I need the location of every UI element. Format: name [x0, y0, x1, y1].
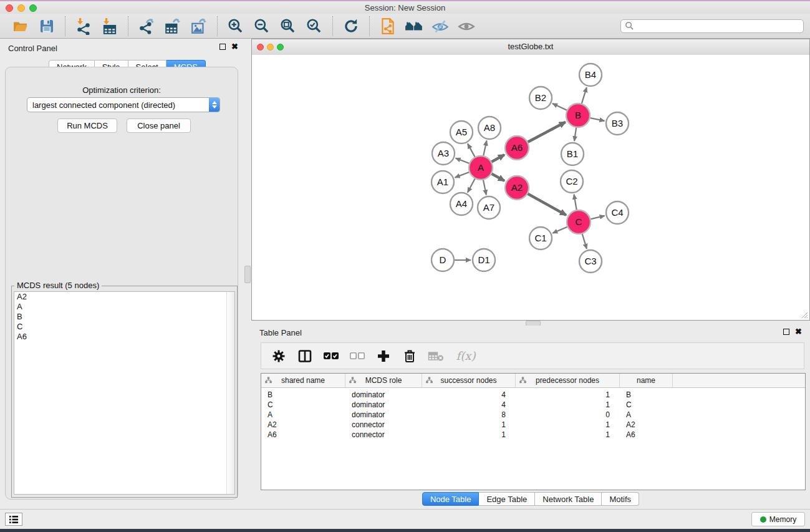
table-row[interactable]: Bdominator41B — [261, 390, 805, 400]
result-item[interactable]: A6 — [14, 332, 234, 342]
horizontal-splitter[interactable] — [251, 321, 810, 326]
node-D[interactable]: D — [432, 249, 454, 271]
table-row[interactable]: A2connector11A2 — [261, 420, 805, 430]
save-session-button[interactable] — [37, 16, 57, 36]
table-cell[interactable]: 1 — [516, 400, 620, 409]
column-header-mcds-role[interactable]: MCDS role — [345, 374, 422, 387]
node-B2[interactable]: B2 — [529, 87, 552, 109]
result-item[interactable]: A2 — [14, 292, 234, 302]
result-item[interactable]: C — [14, 322, 234, 332]
tab-motifs[interactable]: Motifs — [602, 492, 639, 506]
tab-edge-table[interactable]: Edge Table — [479, 492, 535, 506]
table-cell[interactable]: 4 — [422, 390, 516, 399]
table-cell[interactable]: A6 — [620, 430, 673, 439]
node-A4[interactable]: A4 — [450, 193, 473, 215]
node-C[interactable]: C — [567, 210, 591, 234]
deselect-all-button[interactable] — [349, 347, 366, 365]
network-canvas[interactable]: B4B2BB3A8A5A6B1A3AA1C2A2A4A7C4CC1C3DD1 — [252, 55, 809, 320]
delete-table-button[interactable] — [427, 347, 445, 365]
node-A5[interactable]: A5 — [450, 121, 473, 143]
node-A2[interactable]: A2 — [505, 176, 529, 200]
delete-column-button[interactable] — [401, 347, 418, 365]
node-A6[interactable]: A6 — [505, 136, 529, 160]
import-table-button[interactable] — [100, 16, 120, 36]
node-C3[interactable]: C3 — [579, 250, 602, 273]
table-cell[interactable]: 1 — [516, 390, 620, 399]
node-C4[interactable]: C4 — [606, 201, 629, 224]
node-B3[interactable]: B3 — [606, 112, 629, 135]
new-network-button[interactable] — [378, 16, 398, 36]
node-C2[interactable]: C2 — [561, 170, 583, 193]
table-cell[interactable]: dominator — [345, 390, 422, 399]
table-row[interactable]: Cdominator41C — [261, 400, 805, 410]
show-columns-button[interactable] — [296, 347, 314, 365]
home-button[interactable] — [404, 16, 424, 36]
node-B1[interactable]: B1 — [561, 143, 584, 165]
table-cell[interactable]: B — [261, 390, 345, 399]
zoom-fit-button[interactable] — [278, 16, 298, 36]
node-B[interactable]: B — [566, 104, 590, 127]
table-cell[interactable]: connector — [345, 430, 422, 439]
node-A3[interactable]: A3 — [432, 142, 455, 165]
table-row[interactable]: Adominator80A — [261, 410, 805, 420]
column-header-name[interactable]: name — [620, 374, 673, 387]
close-panel-icon[interactable]: ✖ — [795, 329, 802, 335]
table-cell[interactable]: 0 — [516, 410, 620, 419]
float-panel-icon[interactable] — [219, 44, 226, 50]
memory-button[interactable]: Memory — [751, 512, 805, 526]
export-table-button[interactable] — [163, 16, 183, 36]
table-cell[interactable]: 4 — [422, 400, 516, 409]
table-cell[interactable]: dominator — [345, 400, 422, 409]
network-window-titlebar[interactable]: testGlobe.txt — [252, 39, 809, 56]
tab-network-table[interactable]: Network Table — [535, 492, 602, 506]
vertical-splitter[interactable] — [243, 39, 251, 509]
table-cell[interactable]: B — [620, 390, 673, 399]
table-cell[interactable]: connector — [345, 420, 422, 429]
result-item[interactable]: B — [14, 312, 234, 322]
node-D1[interactable]: D1 — [473, 249, 495, 271]
search-input[interactable] — [637, 21, 803, 31]
table-cell[interactable]: C — [620, 400, 673, 409]
select-all-button[interactable] — [322, 347, 340, 365]
node-A8[interactable]: A8 — [478, 117, 501, 139]
column-header-successor-nodes[interactable]: successor nodes — [422, 374, 516, 387]
add-column-button[interactable] — [375, 347, 392, 365]
table-cell[interactable]: 1 — [422, 430, 516, 439]
criterion-select[interactable]: largest connected component (directed) — [27, 97, 220, 112]
window-resize-grip[interactable] — [800, 311, 808, 319]
node-B4[interactable]: B4 — [579, 64, 602, 86]
close-panel-icon[interactable]: ✖ — [231, 44, 238, 50]
table-cell[interactable]: 1 — [516, 420, 620, 429]
run-mcds-button[interactable]: Run MCDS — [57, 118, 117, 133]
node-C1[interactable]: C1 — [529, 227, 552, 249]
export-image-button[interactable] — [189, 16, 209, 36]
show-details-button[interactable] — [456, 16, 476, 36]
zoom-in-button[interactable] — [226, 16, 246, 36]
search-field[interactable] — [620, 19, 804, 33]
zoom-selected-button[interactable] — [304, 16, 324, 36]
node-A[interactable]: A — [469, 156, 493, 180]
node-A1[interactable]: A1 — [432, 171, 454, 193]
table-row[interactable]: A6connector11A6 — [261, 430, 805, 440]
node-table[interactable]: shared nameMCDS rolesuccessor nodesprede… — [261, 373, 806, 490]
mcds-result-list[interactable]: A2ABCA6 — [14, 291, 235, 495]
zoom-out-button[interactable] — [252, 16, 272, 36]
table-cell[interactable]: dominator — [345, 410, 422, 419]
hide-details-button[interactable] — [430, 16, 450, 36]
table-cell[interactable]: A2 — [261, 420, 345, 429]
table-cell[interactable]: A6 — [261, 430, 345, 439]
result-item[interactable]: A — [14, 302, 234, 312]
column-header-shared-name[interactable]: shared name — [261, 374, 345, 387]
import-network-button[interactable] — [74, 16, 94, 36]
column-header-predecessor-nodes[interactable]: predecessor nodes — [516, 374, 620, 387]
node-A7[interactable]: A7 — [478, 196, 500, 219]
close-panel-button[interactable]: Close panel — [127, 118, 191, 133]
table-cell[interactable]: A — [261, 410, 345, 419]
splitter-grab-handle[interactable] — [244, 266, 251, 283]
table-cell[interactable]: C — [261, 400, 345, 409]
result-scrollbar[interactable] — [226, 292, 234, 494]
task-history-button[interactable] — [5, 513, 22, 526]
refresh-layout-button[interactable] — [341, 16, 361, 36]
open-session-button[interactable] — [11, 16, 31, 36]
table-settings-button[interactable] — [270, 347, 287, 365]
